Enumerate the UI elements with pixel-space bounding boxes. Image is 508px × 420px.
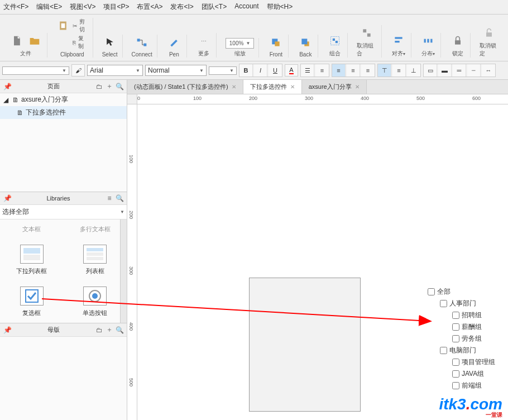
paint-icon[interactable]: 🖌 <box>71 64 85 77</box>
add-folder-icon[interactable]: 🗀 <box>95 326 103 334</box>
menu-view[interactable]: 视图<V> <box>70 2 95 12</box>
menu-layout[interactable]: 布置<A> <box>137 2 162 12</box>
expand-icon[interactable]: ◢ <box>3 96 10 104</box>
copy-button[interactable]: ⎘复制 <box>73 35 88 50</box>
scrollbar[interactable] <box>120 219 127 323</box>
cb-hr3[interactable]: 劳务组 <box>428 333 495 345</box>
pin-icon[interactable]: 📌 <box>3 194 11 202</box>
lock-icon[interactable] <box>450 33 466 49</box>
group-icon[interactable] <box>327 33 343 49</box>
menu-edit[interactable]: 编辑<E> <box>36 2 62 12</box>
linestyle-button[interactable]: ┈ <box>467 64 481 77</box>
menu-account[interactable]: Account <box>234 2 258 12</box>
widget-droplist[interactable]: 下拉列表框 <box>6 245 58 275</box>
tree-child[interactable]: 🗎 下拉多选控件 <box>0 106 127 119</box>
widget-radio[interactable]: 单选按钮 <box>69 287 122 317</box>
add-page-icon[interactable]: ＋ <box>106 83 113 90</box>
fontstyle-selector[interactable]: Normal▼ <box>145 65 207 76</box>
align-left-button[interactable]: ≡ <box>332 64 346 77</box>
svg-rect-7 <box>302 39 308 44</box>
valign-mid-button[interactable]: ≡ <box>392 64 406 77</box>
cb-it2[interactable]: JAVA组 <box>428 368 495 380</box>
distribute-icon[interactable] <box>420 33 436 49</box>
cb-hr[interactable]: 人事部门 <box>428 298 495 309</box>
fontsize-selector[interactable]: ▼ <box>209 66 237 75</box>
paste-icon[interactable] <box>56 18 70 34</box>
underline-button[interactable]: U <box>269 64 282 77</box>
font-selector[interactable]: Arial▼ <box>87 65 143 76</box>
bullets-button[interactable]: ☰ <box>301 64 314 77</box>
more-icon[interactable]: ⋯ <box>196 33 212 49</box>
ruler-corner <box>127 94 137 104</box>
add-folder-icon[interactable]: 🗀 <box>95 83 103 90</box>
fontcolor-button[interactable]: A <box>285 64 298 77</box>
menu-help[interactable]: 帮助<H> <box>267 2 293 12</box>
style-selector[interactable]: ▼ <box>2 66 69 75</box>
cb-it1[interactable]: 项目管理组 <box>428 356 495 368</box>
widget-listbox[interactable]: 列表框 <box>69 245 122 275</box>
cb-all[interactable]: 全部 <box>428 286 495 298</box>
connect-icon[interactable] <box>134 35 150 50</box>
tool-unlock-group: 取消锁定 <box>475 25 504 58</box>
cut-button[interactable]: ✂剪切 <box>73 18 88 34</box>
canvas[interactable]: 全部 人事部门 招聘组 薪酬组 劳务组 电脑部门 项目管理组 JAVA组 前端组 <box>137 104 508 420</box>
svg-rect-12 <box>367 34 371 37</box>
widget-multitext[interactable]: 多行文本框 <box>69 225 122 233</box>
pen-icon[interactable] <box>166 35 182 50</box>
select-icon[interactable] <box>102 35 118 50</box>
front-icon[interactable] <box>268 35 284 50</box>
menu-publish[interactable]: 发布<I> <box>170 2 193 12</box>
open-folder-icon[interactable] <box>27 33 42 49</box>
new-file-icon[interactable] <box>9 33 25 49</box>
cb-hr1[interactable]: 招聘组 <box>428 309 495 321</box>
arrow-button[interactable]: ↔ <box>482 64 495 77</box>
tool-ungroup-group: 取消组合 <box>352 25 381 58</box>
linecolor-button[interactable]: ▬ <box>438 64 452 77</box>
tool-select-label: Select <box>102 51 118 58</box>
menu-project[interactable]: 项目<P> <box>103 2 129 12</box>
add-page-icon[interactable]: ＋ <box>106 326 113 334</box>
cb-hr2[interactable]: 薪酬组 <box>428 321 495 333</box>
back-icon[interactable] <box>298 35 313 50</box>
tree-root[interactable]: ◢ 🗎 axsure入门分享 <box>0 93 127 106</box>
search-icon[interactable]: 🔍 <box>116 326 123 334</box>
svg-rect-1 <box>61 23 65 28</box>
search-icon[interactable]: 🔍 <box>116 83 123 90</box>
cb-it3[interactable]: 前端组 <box>428 380 495 392</box>
library-selector[interactable]: 选择全部▼ <box>0 205 127 219</box>
close-icon[interactable]: ✕ <box>355 84 360 90</box>
align-icon[interactable] <box>391 33 406 49</box>
unlock-icon[interactable] <box>481 25 497 41</box>
ungroup-icon[interactable] <box>359 25 375 41</box>
search-icon[interactable]: 🔍 <box>116 194 123 202</box>
close-icon[interactable]: ✕ <box>232 84 236 90</box>
italic-button[interactable]: I <box>254 64 267 77</box>
bold-button[interactable]: B <box>239 64 253 77</box>
valign-top-button[interactable]: ⊤ <box>378 64 391 77</box>
pin-icon[interactable]: 📌 <box>3 83 11 90</box>
menu-icon[interactable]: ≡ <box>106 194 113 202</box>
fill-button[interactable]: ▭ <box>424 64 437 77</box>
tab-3[interactable]: axsure入门分享✕ <box>302 80 367 94</box>
tab-2[interactable]: 下拉多选控件✕ <box>243 80 302 94</box>
numbering-button[interactable]: ≡ <box>315 64 329 77</box>
tool-pen-group: Pen <box>162 35 187 58</box>
lineweight-button[interactable]: ═ <box>453 64 466 77</box>
widget-checkbox[interactable]: 复选框 <box>6 287 58 317</box>
cb-it[interactable]: 电脑部门 <box>428 345 495 356</box>
canvas-rectangle[interactable] <box>249 278 361 412</box>
tool-group-group: 组合 <box>323 33 348 58</box>
menu-team[interactable]: 团队<T> <box>202 2 227 12</box>
tool-distribute-group: 分布▾ <box>416 33 441 58</box>
tab-1[interactable]: (动态面板) / State1 (下拉多选控件)✕ <box>127 80 243 94</box>
valign-bot-button[interactable]: ⊥ <box>407 64 420 77</box>
zoom-selector[interactable]: 100%▼ <box>226 38 255 49</box>
masters-panel: 📌 母版 🗀 ＋ 🔍 <box>0 323 127 420</box>
align-center-button[interactable]: ≡ <box>347 64 360 77</box>
pin-icon[interactable]: 📌 <box>3 326 11 334</box>
align-right-button[interactable]: ≡ <box>361 64 375 77</box>
page-icon: 🗎 <box>12 96 19 104</box>
close-icon[interactable]: ✕ <box>290 84 295 90</box>
menu-file[interactable]: 文件<F> <box>3 2 28 12</box>
widget-textbox[interactable]: 文本框 <box>6 225 58 233</box>
